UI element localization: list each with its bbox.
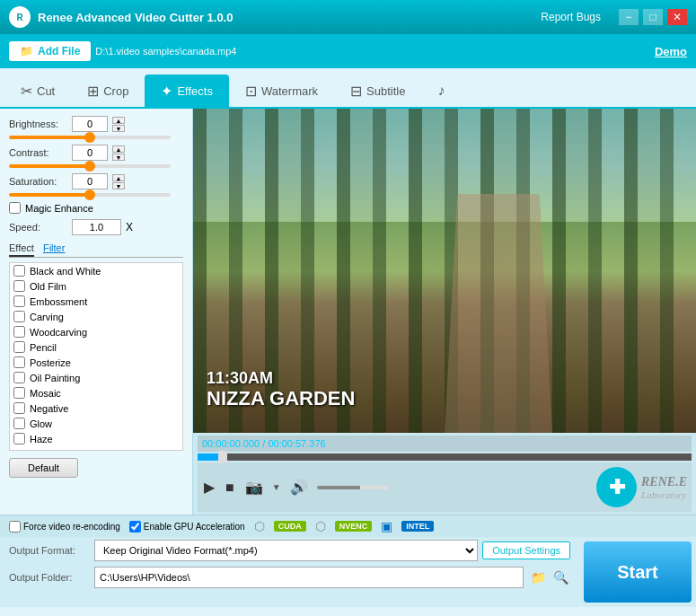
effect-item-oil-painting[interactable]: Oil Painting	[10, 370, 182, 385]
playback-buttons-row: ▶ ■ 📷 ▼ 🔊 ✚ RENE.E Laboratory	[198, 462, 692, 512]
video-location-overlay: NIZZA GARDEN	[207, 387, 355, 410]
progress-handle[interactable]	[218, 451, 227, 463]
start-button[interactable]: Start	[584, 541, 692, 603]
contrast-up[interactable]: ▲	[112, 145, 125, 153]
effect-item-glow[interactable]: Glow	[10, 416, 182, 431]
play-button[interactable]: ▶	[202, 477, 216, 497]
browse-folder-button[interactable]: 📁	[528, 568, 548, 587]
speed-input[interactable]	[72, 219, 121, 235]
tab-subtitle[interactable]: ⊟ Subtitle	[334, 75, 421, 107]
progress-bar[interactable]	[198, 453, 692, 461]
effect-checkbox-haze[interactable]	[13, 433, 25, 444]
contrast-down[interactable]: ▼	[112, 154, 125, 161]
brightness-control: Brightness: ▲ ▼	[9, 116, 183, 132]
brightness-down[interactable]: ▼	[112, 125, 125, 132]
effect-item-pencil[interactable]: Pencil	[10, 339, 182, 355]
saturation-up[interactable]: ▲	[112, 174, 125, 181]
contrast-control: Contrast: ▲ ▼	[9, 145, 183, 161]
effect-label-oil-painting: Oil Painting	[30, 373, 80, 383]
window-controls: Report Bugs − □ ✕	[541, 9, 687, 25]
tab-cut[interactable]: ✂ Cut	[4, 75, 71, 107]
effect-checkbox-carving[interactable]	[13, 311, 25, 322]
contrast-slider[interactable]	[9, 164, 171, 168]
effect-item-haze[interactable]: Haze	[10, 431, 182, 446]
output-folder-row: Output Folder: 📁 🔍	[0, 564, 579, 591]
saturation-down[interactable]: ▼	[112, 182, 125, 189]
effects-panel: Brightness: ▲ ▼ Contrast: ▲ ▼ Saturation…	[0, 109, 193, 515]
effect-checkbox-mosaic[interactable]	[13, 387, 25, 399]
effect-checkbox-oil-painting[interactable]	[13, 372, 25, 383]
close-button[interactable]: ✕	[667, 9, 687, 25]
default-button[interactable]: Default	[9, 458, 78, 478]
stop-button[interactable]: ■	[224, 478, 236, 497]
effect-checkbox-pencil[interactable]	[13, 341, 25, 353]
crop-icon: ⊞	[87, 83, 99, 100]
renee-sub: Laboratory	[641, 489, 687, 500]
tab-music[interactable]: ♪	[421, 75, 461, 107]
force-reencode-label: Force video re-encoding	[23, 522, 120, 532]
force-reencode-checkbox[interactable]	[9, 521, 21, 532]
tab-crop[interactable]: ⊞ Crop	[71, 75, 145, 107]
volume-button[interactable]: 🔊	[288, 477, 310, 497]
contrast-input[interactable]	[72, 145, 108, 161]
effect-checkbox-woodcarving[interactable]	[13, 326, 25, 338]
tab-effects[interactable]: ✦ Effects	[145, 75, 229, 107]
output-settings: Output Format: Keep Original Video Forma…	[0, 537, 579, 607]
effects-icon: ✦	[161, 83, 172, 100]
minimize-button[interactable]: −	[619, 9, 639, 25]
music-icon: ♪	[437, 83, 445, 99]
effect-item-old-film[interactable]: Old Film	[10, 278, 182, 294]
renee-cross-icon: ✚	[609, 476, 625, 499]
effect-item-posterize[interactable]: Posterize	[10, 355, 182, 370]
gpu-accel-label: Enable GPU Acceleration	[144, 522, 245, 532]
effect-checkbox-glow[interactable]	[13, 418, 25, 429]
effect-item-black-white[interactable]: Black and White	[10, 263, 182, 278]
gpu-accel-checkbox[interactable]	[129, 521, 141, 532]
effect-item-embossment[interactable]: Embossment	[10, 294, 182, 309]
demo-link[interactable]: Demo	[655, 45, 687, 58]
maximize-button[interactable]: □	[643, 9, 663, 25]
contrast-label: Contrast:	[9, 147, 67, 158]
effect-checkbox-black-white[interactable]	[13, 265, 25, 277]
screenshot-arrow[interactable]: ▼	[272, 482, 281, 492]
brightness-thumb	[84, 132, 95, 143]
brightness-up[interactable]: ▲	[112, 117, 125, 124]
saturation-slider[interactable]	[9, 193, 171, 197]
saturation-input[interactable]	[72, 173, 108, 189]
brightness-slider[interactable]	[9, 136, 171, 139]
effect-checkbox-old-film[interactable]	[13, 280, 25, 292]
output-format-select[interactable]: Keep Original Video Format(*.mp4)	[94, 540, 478, 561]
intel-badge: INTEL	[401, 521, 434, 532]
effect-tab[interactable]: Effect	[9, 242, 34, 257]
video-section: 11:30AM NIZZA GARDEN 00:00:00.000 / 00:0…	[193, 109, 696, 515]
effect-item-carving[interactable]: Carving	[10, 309, 182, 324]
speed-label: Speed:	[9, 222, 67, 233]
screenshot-button[interactable]: 📷	[243, 477, 265, 497]
effect-label-glow: Glow	[30, 418, 52, 429]
output-settings-button[interactable]: Output Settings	[482, 541, 570, 559]
tab-watermark[interactable]: ⊡ Watermark	[229, 75, 334, 107]
saturation-thumb	[84, 189, 95, 200]
output-folder-input[interactable]	[94, 567, 524, 588]
filter-tab[interactable]: Filter	[43, 242, 65, 257]
effect-label-mosaic: Mosaic	[30, 388, 61, 399]
effect-checkbox-negative[interactable]	[13, 402, 25, 414]
magic-enhance-checkbox[interactable]	[9, 202, 21, 214]
effect-checkbox-embossment[interactable]	[13, 295, 25, 307]
effect-item-mosaic[interactable]: Mosaic	[10, 385, 182, 400]
main-content: Brightness: ▲ ▼ Contrast: ▲ ▼ Saturation…	[0, 109, 696, 515]
report-bugs-link[interactable]: Report Bugs	[541, 11, 601, 23]
volume-slider[interactable]	[317, 486, 389, 489]
tab-subtitle-label: Subtitle	[366, 84, 405, 98]
brightness-input[interactable]	[72, 116, 108, 132]
effect-item-negative[interactable]: Negative	[10, 400, 182, 416]
brightness-label: Brightness:	[9, 119, 67, 129]
output-format-row: Output Format: Keep Original Video Forma…	[0, 537, 579, 564]
add-file-button[interactable]: 📁 Add File	[9, 41, 91, 61]
effect-checkbox-posterize[interactable]	[13, 356, 25, 368]
path-element	[445, 194, 552, 433]
effect-item-woodcarving[interactable]: Woodcarving	[10, 324, 182, 339]
video-time-overlay: 11:30AM	[207, 369, 273, 388]
search-folder-button[interactable]: 🔍	[551, 568, 570, 587]
saturation-spinner: ▲ ▼	[112, 174, 125, 189]
